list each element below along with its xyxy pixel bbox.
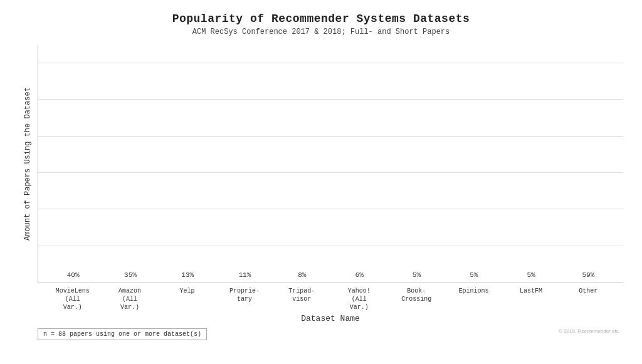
x-tick-label: Other (560, 283, 617, 311)
x-axis-title: Dataset Name (38, 314, 623, 323)
x-tick-label: MovieLens(AllVar.) (44, 283, 101, 311)
x-tick-label: Proprie-tary (216, 283, 273, 311)
x-tick-label: Amazon(AllVar.) (101, 283, 158, 311)
footnote: n = 88 papers using one or more dataset(… (38, 328, 207, 340)
bar-pct-label: 59% (571, 271, 606, 279)
bars-wrapper: 40%35%13%11%8%6%5%5%5%59% (38, 45, 623, 283)
copyright: © 2019, Recommender etc. (559, 328, 623, 334)
bar-pct-label: 13% (171, 271, 205, 279)
bottom-row: n = 88 papers using one or more dataset(… (19, 323, 623, 340)
x-tick-label: Epinions (445, 283, 502, 311)
chart-subtitle: ACM RecSys Conference 2017 & 2018; Full-… (19, 28, 623, 36)
chart-area: Amount of Papers Using the Dataset 40%35… (19, 45, 623, 283)
bar-pct-label: 5% (399, 271, 434, 279)
chart-container: Popularity of Recommender Systems Datase… (0, 0, 642, 364)
bar-pct-label: 5% (456, 271, 491, 279)
y-axis-label: Amount of Papers Using the Dataset (19, 45, 38, 283)
bar-pct-label: 35% (113, 271, 148, 279)
plot-area: 40%35%13%11%8%6%5%5%5%59% (38, 45, 623, 283)
x-tick-label: Book-Crossing (387, 283, 445, 311)
bar-pct-label: 5% (514, 271, 549, 279)
x-tick-label: Yelp (159, 283, 216, 311)
bar-pct-label: 8% (285, 271, 319, 279)
bar-pct-label: 11% (228, 271, 262, 279)
x-tick-label: Yahoo!(AllVar.) (330, 283, 387, 311)
x-tick-label: LastFM (502, 283, 559, 311)
x-axis-container: MovieLens(AllVar.)Amazon(AllVar.)YelpPro… (38, 283, 623, 311)
chart-title: Popularity of Recommender Systems Datase… (19, 13, 623, 25)
bar-pct-label: 40% (56, 271, 90, 279)
bar-pct-label: 6% (342, 271, 377, 279)
x-tick-label: Tripad-visor (273, 283, 330, 311)
